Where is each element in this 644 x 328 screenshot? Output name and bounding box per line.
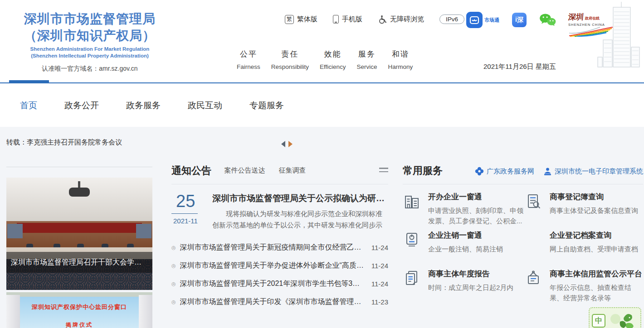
site-title-cn-line1: 深圳市市场监督管理局: [12, 11, 168, 28]
market-app-icon: [466, 12, 483, 28]
service-deregistration[interactable]: 企业注销一窗通 企业一般注销、简易注销: [403, 230, 524, 269]
active-tab-indicator: [9, 80, 49, 83]
notices-more-button[interactable]: [379, 168, 388, 174]
header-utilities: 繁 繁体版 手机版 无障碍浏览 IPv6: [285, 14, 464, 24]
value-responsibility: 责任 Responsibility: [271, 49, 309, 70]
ipv6-badge[interactable]: IPv6: [439, 14, 464, 24]
services-grid: 开办企业一窗通 申请营业执照、刻制印章、申领发票、员工参保登记、公积金...: [403, 192, 643, 307]
bullet-icon: ◎: [171, 299, 176, 305]
gd-gov-service-link[interactable]: 广东政务服务网: [475, 167, 534, 176]
ticker-next-icon[interactable]: [288, 141, 293, 147]
bullet-icon: ◎: [171, 245, 176, 251]
widget-zh-label: 中: [592, 314, 605, 328]
value-service: 服务 Service: [357, 49, 377, 70]
services-divider: [403, 184, 643, 184]
notice-row[interactable]: ◎ 深圳市市场监督管理局关于2021年深圳市学生书包等3类产... 11-24: [171, 275, 388, 293]
tab-case-announcements[interactable]: 案件公告送达: [224, 166, 265, 175]
tab-surveys[interactable]: 征集调查: [278, 166, 306, 175]
photo-carousel: 深圳市市场监督管理局召开干部大会学习贯彻党的十... 深圳知识产权保护中心盐田分…: [6, 167, 152, 328]
carousel-divider: [6, 167, 152, 167]
ticker-link[interactable]: 转载：李克强主持召开国务院常务会议: [6, 138, 122, 147]
nav-item-home[interactable]: 首页: [20, 100, 37, 111]
notices-divider: [171, 184, 388, 184]
accessibility-link[interactable]: 无障碍浏览: [378, 15, 424, 24]
value-efficiency: 效能 Efficiency: [320, 49, 346, 70]
wechat-icon[interactable]: [539, 13, 556, 29]
value-harmony: 和谐 Harmony: [388, 49, 413, 70]
current-date: 2021年11月26日 星期五: [483, 63, 556, 71]
notices-title: 通知公告: [171, 164, 211, 178]
market-app-link[interactable]: 市场通: [466, 12, 499, 28]
news-ticker: 转载：李克强主持召开国务院常务会议: [0, 127, 644, 158]
traditional-label: 繁体版: [297, 15, 317, 24]
nav-item-interaction[interactable]: 政民互动: [188, 100, 222, 111]
service-credit-platform[interactable]: 商事主体信用监管公示平台 年报公示信息、抽查检查结果、经营异常名录等: [524, 269, 643, 307]
report-pages-icon: [403, 269, 422, 289]
gdzwfw-flower-icon: [475, 167, 484, 176]
service-registry-query[interactable]: 商事登记簿查询 商事主体登记及备案信息查询: [524, 192, 643, 230]
featured-notice-date: 25 2021-11: [171, 193, 205, 231]
notice-row[interactable]: ◎ 深圳市市场监督管理局关于举办促进体外诊断企业“高质量... 11-24: [171, 256, 388, 275]
main-content: 转载：李克强主持召开国务院常务会议: [0, 127, 644, 328]
ishenzhen-app-icon[interactable]: i深: [512, 13, 527, 27]
service-archive-query[interactable]: 企业登记档案查询 网上自助查档、受理申请查档: [524, 230, 643, 269]
market-app-label: 市场通: [484, 17, 499, 24]
notices-panel: 通知公告 案件公告送达 征集调查 25 2021-11 深圳市市场监督管理局关于…: [171, 164, 388, 311]
official-domain-note: 认准唯一官方域名：amr.sz.gov.cn: [12, 65, 168, 73]
ceremony-banner-title: 深圳知识产权保护中心盐田分窗口: [20, 303, 139, 311]
page: 深圳市市场监督管理局 （深圳市知识产权局） Shenzhen Administr…: [0, 0, 644, 328]
sz-logo-calligraphy: 深圳: [568, 12, 584, 22]
eseal-system-link[interactable]: 深圳市统一电子印章管理系统: [543, 167, 643, 176]
nav-item-special-services[interactable]: 专题服务: [249, 100, 284, 111]
mobile-label: 手机版: [342, 15, 362, 24]
site-title-en-line2: (Shenzhen Intellectual Property Administ…: [12, 53, 168, 59]
phone-icon: [333, 15, 339, 24]
main-nav: 首页 政务公开 政务服务 政民互动 专题服务: [0, 83, 644, 127]
clover-leaves-icon: [608, 310, 636, 328]
site-header: 深圳市市场监督管理局 （深圳市知识产权局） Shenzhen Administr…: [0, 0, 644, 83]
site-title-cn-line2: （深圳市知识产权局）: [12, 28, 168, 44]
featured-notice-summary: 现将拟确认为研发与标准化同步示范企业和深圳标准创新示范基地的单位予以公示，其中研…: [212, 208, 388, 231]
carousel-slide-ceremony[interactable]: 深圳知识产权保护中心盐田分窗口 揭牌仪式: [6, 292, 152, 328]
nav-item-gov-services[interactable]: 政务服务: [126, 100, 161, 111]
nav-item-gov-info[interactable]: 政务公开: [64, 100, 99, 111]
featured-notice[interactable]: 25 2021-11 深圳市市场监督管理局关于公示拟确认为研发与标... 现将拟…: [171, 193, 388, 231]
bullet-icon: ◎: [171, 281, 176, 287]
featured-notice-title: 深圳市市场监督管理局关于公示拟确认为研发与标...: [212, 193, 388, 204]
bullet-icon: ◎: [171, 263, 176, 269]
blank-icon-space: [524, 230, 543, 231]
value-fairness: 公平 Fairness: [237, 49, 260, 70]
services-title: 常用服务: [403, 164, 443, 178]
notice-row[interactable]: ◎ 深圳市市场监督管理局关于印发《深圳市市场监督管理局商... 11-23: [171, 293, 388, 311]
signboard-icon: [524, 269, 543, 289]
header-app-links: 市场通 i深 深圳 政府在线: [466, 12, 615, 39]
ceremony-banner-subtitle: 揭牌仪式: [20, 321, 139, 328]
traditional-icon: 繁: [285, 15, 294, 24]
services-panel: 常用服务 广东政务服务网: [403, 164, 643, 307]
document-search-icon: [524, 192, 543, 212]
notice-list: ◎ 深圳市市场监督管理局关于新冠疫情期间全市仅经营乙类非... 11-24 ◎ …: [171, 238, 388, 311]
building-sketch-icon: [596, 2, 643, 72]
service-open-enterprise[interactable]: 开办企业一窗通 申请营业执照、刻制印章、申领发票、员工参保登记、公积金...: [403, 192, 524, 230]
ticker-prev-icon[interactable]: [281, 141, 285, 147]
site-title-en-line1: Shenzhen Administration For Market Regul…: [12, 46, 168, 53]
eseal-icon: [543, 167, 552, 176]
traditional-version-link[interactable]: 繁 繁体版: [285, 15, 317, 24]
service-annual-report[interactable]: 商事主体年度报告 时间：成立周年之日起2月内: [403, 269, 524, 307]
site-logo[interactable]: 深圳市市场监督管理局 （深圳市知识产权局） Shenzhen Administr…: [12, 11, 168, 73]
power-device-icon: [403, 230, 422, 251]
notice-row[interactable]: ◎ 深圳市市场监督管理局关于新冠疫情期间全市仅经营乙类非... 11-24: [171, 238, 388, 256]
civilization-widget[interactable]: 中: [589, 307, 641, 328]
building-icon: [403, 192, 422, 212]
wheelchair-icon: [378, 15, 387, 24]
carousel-caption: 深圳市市场监督管理局召开干部大会学习贯彻党的十...: [6, 252, 152, 273]
carousel-slide-conference[interactable]: 深圳市市场监督管理局召开干部大会学习贯彻党的十...: [6, 178, 152, 290]
core-values: 公平 Fairness 责任 Responsibility 效能 Efficie…: [237, 49, 413, 70]
mobile-version-link[interactable]: 手机版: [333, 15, 362, 24]
accessibility-label: 无障碍浏览: [390, 15, 424, 24]
